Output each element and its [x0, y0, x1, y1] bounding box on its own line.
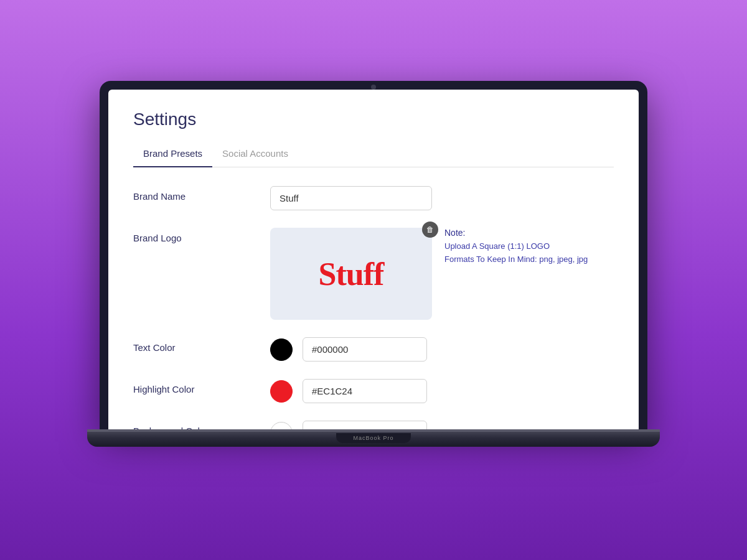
tabs-container: Brand Presets Social Accounts	[133, 142, 614, 167]
text-color-row: Text Color	[133, 337, 614, 362]
tab-social-accounts[interactable]: Social Accounts	[212, 142, 298, 167]
highlight-color-input[interactable]	[303, 379, 427, 403]
brand-logo-display: Stuff	[319, 256, 384, 292]
logo-note-title: Note:	[444, 228, 588, 238]
background-color-label: Background Color	[133, 421, 245, 429]
background-color-input[interactable]	[303, 421, 427, 429]
background-color-controls	[270, 421, 427, 429]
highlight-color-controls	[270, 379, 427, 403]
logo-preview[interactable]: Stuff	[270, 228, 432, 320]
logo-note: Note: Upload A Square (1:1) LOGO Formats…	[444, 228, 588, 266]
text-color-swatch[interactable]	[270, 338, 293, 361]
laptop-notch: MacBook Pro	[336, 433, 411, 443]
highlight-color-row: Highlight Color	[133, 379, 614, 403]
brand-name-label: Brand Name	[133, 186, 245, 202]
brand-logo-label: Brand Logo	[133, 228, 245, 243]
laptop-wrapper: Settings Brand Presets Social Accounts B…	[100, 81, 647, 479]
text-color-input[interactable]	[303, 337, 427, 362]
highlight-color-swatch[interactable]	[270, 380, 293, 403]
logo-note-line2: Formats To Keep In Mind: png, jpeg, jpg	[444, 253, 588, 266]
brand-name-row: Brand Name	[133, 186, 614, 210]
background-color-row: Background Color	[133, 421, 614, 429]
text-color-label: Text Color	[133, 337, 245, 353]
laptop-screen-inner: Settings Brand Presets Social Accounts B…	[108, 90, 639, 429]
laptop-base: MacBook Pro	[87, 429, 660, 447]
logo-area-wrapper: Stuff 🗑 Note: Upload A Square (1:1) LOGO…	[270, 228, 588, 320]
brand-name-input[interactable]	[270, 186, 432, 210]
form-section: Brand Name Brand Logo Stuff	[133, 186, 614, 429]
highlight-color-label: Highlight Color	[133, 379, 245, 394]
tab-brand-presets[interactable]: Brand Presets	[133, 142, 212, 167]
delete-logo-button[interactable]: 🗑	[422, 222, 438, 238]
brand-logo-row: Brand Logo Stuff 🗑 No	[133, 228, 614, 320]
logo-note-line1: Upload A Square (1:1) LOGO	[444, 240, 588, 253]
text-color-controls	[270, 337, 427, 362]
app-content: Settings Brand Presets Social Accounts B…	[108, 90, 639, 429]
background-color-swatch[interactable]	[270, 422, 293, 430]
logo-upload-container: Stuff 🗑	[270, 228, 432, 320]
trash-icon: 🗑	[426, 225, 434, 234]
laptop-camera	[371, 85, 376, 90]
laptop-brand-label: MacBook Pro	[353, 435, 393, 441]
page-title: Settings	[133, 110, 614, 129]
laptop-screen: Settings Brand Presets Social Accounts B…	[100, 81, 647, 429]
